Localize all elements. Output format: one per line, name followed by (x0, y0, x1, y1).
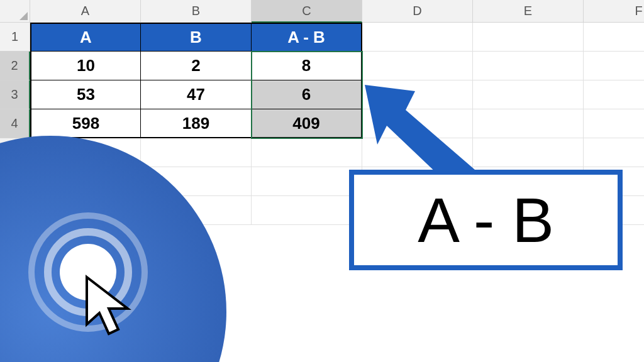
cell-A3[interactable]: 53 (30, 80, 141, 109)
cell-C4[interactable]: 409 (252, 109, 362, 138)
formula-callout: A - B (349, 170, 623, 270)
row-header-2[interactable]: 2 (0, 52, 30, 80)
cell-E2[interactable] (473, 52, 584, 80)
cell-E5[interactable] (473, 138, 584, 167)
row-4: 4 598 189 409 (0, 109, 644, 138)
cell-B3[interactable]: 47 (141, 80, 252, 109)
cell-A2[interactable]: 10 (30, 52, 141, 80)
cell-A1[interactable]: A (30, 23, 141, 52)
cell-E3[interactable] (473, 80, 584, 109)
row-3: 3 53 47 6 (0, 80, 644, 109)
row-header-1[interactable]: 1 (0, 23, 30, 52)
col-header-D[interactable]: D (362, 0, 473, 23)
svg-marker-1 (87, 277, 128, 334)
cell-F4[interactable] (584, 109, 644, 138)
col-header-E[interactable]: E (473, 0, 584, 23)
cell-B2[interactable]: 2 (141, 52, 252, 80)
cell-D2[interactable] (362, 52, 473, 80)
cell-C6[interactable] (252, 167, 362, 196)
cell-C2[interactable]: 8 (252, 52, 362, 80)
col-header-B[interactable]: B (141, 0, 252, 23)
cell-B1[interactable]: B (141, 23, 252, 52)
cell-C1[interactable]: A - B (252, 23, 362, 52)
row-1: 1 A B A - B (0, 23, 644, 52)
cell-F3[interactable] (584, 80, 644, 109)
cell-C7[interactable] (252, 196, 362, 225)
cell-F5[interactable] (584, 138, 644, 167)
cell-B4[interactable]: 189 (141, 109, 252, 138)
callout-text: A - B (418, 184, 554, 256)
mouse-cursor-icon (80, 274, 137, 343)
col-header-C[interactable]: C (252, 0, 362, 23)
cell-B5[interactable] (141, 138, 252, 167)
row-header-4[interactable]: 4 (0, 109, 30, 138)
cell-E4[interactable] (473, 109, 584, 138)
cell-F1[interactable] (584, 23, 644, 52)
cell-A4[interactable]: 598 (30, 109, 141, 138)
cell-D5[interactable] (362, 138, 473, 167)
row-2: 2 10 2 8 (0, 52, 644, 80)
row-header-3[interactable]: 3 (0, 80, 30, 109)
cell-E1[interactable] (473, 23, 584, 52)
cell-D4[interactable] (362, 109, 473, 138)
col-header-A[interactable]: A (30, 0, 141, 23)
column-header-row: A B C D E F (0, 0, 644, 23)
cell-D1[interactable] (362, 23, 473, 52)
col-header-F[interactable]: F (584, 0, 644, 23)
select-all-corner[interactable] (0, 0, 30, 23)
cell-C3[interactable]: 6 (252, 80, 362, 109)
cell-D3[interactable] (362, 80, 473, 109)
cell-C5[interactable] (252, 138, 362, 167)
cell-F2[interactable] (584, 52, 644, 80)
